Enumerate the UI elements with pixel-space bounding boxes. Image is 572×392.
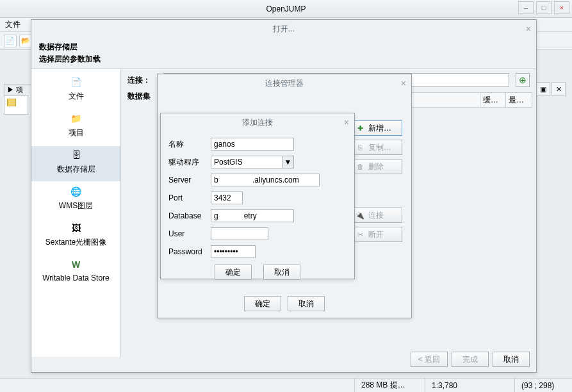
trash-icon: 🗑	[355, 162, 364, 171]
port-input[interactable]	[211, 192, 243, 204]
add-conn-cancel-button[interactable]: 取消	[263, 265, 300, 280]
copy-icon: ⎘	[355, 143, 364, 152]
connect-label: 连接：	[127, 75, 159, 86]
close-button[interactable]: ×	[554, 1, 569, 14]
name-label: 名称	[168, 139, 211, 150]
chevron-down-icon: ▼	[282, 156, 293, 168]
add-connection-icon[interactable]: ⊕	[516, 73, 530, 87]
connect-label: 连接	[368, 210, 384, 221]
password-input[interactable]	[211, 245, 256, 258]
cat-writable-label: Writable Data Store	[31, 274, 120, 282]
folder-icon	[7, 99, 16, 106]
open-category-list: 📄 文件 📁 项目 🗄 数据存储层 🌐 WMS图层 🖼 Sextante光栅图像…	[31, 69, 121, 357]
user-label: User	[168, 229, 211, 238]
user-input[interactable]	[211, 227, 268, 240]
open-dialog-close-icon[interactable]: ×	[526, 24, 531, 34]
new-connection-label: 新增…	[368, 123, 391, 134]
cat-datastore-label: 数据存储层	[31, 164, 120, 175]
add-conn-title: 添加连接	[242, 117, 273, 128]
plug-icon: 🔌	[355, 211, 364, 220]
password-label: Password	[168, 247, 211, 256]
toolbar-open-icon[interactable]: 📂	[19, 35, 32, 47]
driver-select[interactable]: PostGIS ▼	[211, 156, 294, 168]
raster-icon: 🖼	[70, 222, 83, 234]
name-input[interactable]	[211, 138, 294, 151]
minimize-button[interactable]: –	[518, 1, 534, 14]
plus-icon: ✚	[355, 124, 364, 133]
open-dialog-title: 打开... ×	[31, 20, 536, 38]
cat-sextante[interactable]: 🖼 Sextante光栅图像	[31, 219, 120, 254]
col-cache[interactable]: 缓…	[480, 93, 506, 107]
project-tree[interactable]	[4, 95, 28, 115]
driver-value: PostGIS	[214, 158, 243, 167]
port-label: Port	[168, 193, 211, 202]
copy-connection-label: 复制…	[368, 142, 391, 153]
add-conn-close-icon[interactable]: ×	[344, 117, 349, 127]
copy-connection-button[interactable]: ⎘ 复制…	[350, 140, 402, 155]
project-icon: 📁	[70, 112, 83, 125]
scissors-icon: ✂	[355, 230, 364, 239]
done-button[interactable]: 完成	[452, 352, 489, 367]
status-memory: 288 MB 提…	[354, 379, 425, 392]
server-label: Server	[168, 176, 211, 184]
maximize-button[interactable]: □	[536, 1, 552, 14]
cat-project[interactable]: 📁 项目	[31, 110, 120, 145]
cat-file-label: 文件	[31, 91, 120, 102]
file-icon: 📄	[70, 76, 83, 88]
status-bar: 288 MB 提… 1:3,780 (93 ; 298)	[0, 378, 572, 392]
open-dialog-title-text: 打开...	[273, 24, 295, 35]
disconnect-button[interactable]: ✂ 断开	[350, 227, 402, 242]
database-label: Database	[168, 211, 211, 220]
conn-mgr-title: 连接管理器	[265, 78, 304, 89]
open-subheading: 选择层的参数加载	[31, 54, 536, 69]
toolbar-new-icon[interactable]: 📄	[4, 35, 17, 47]
project-panel-tab[interactable]: ▶ 项	[4, 84, 33, 95]
connect-button[interactable]: 🔌 连接	[350, 208, 402, 223]
open-heading: 数据存储层	[31, 38, 536, 54]
cat-sextante-label: Sextante光栅图像	[31, 237, 120, 248]
writable-icon: W	[70, 258, 83, 271]
conn-mgr-close-icon[interactable]: ×	[401, 78, 406, 88]
tool-a-button[interactable]: ▣	[536, 82, 550, 96]
tool-b-button[interactable]: ✕	[552, 82, 566, 96]
cat-writable[interactable]: W Writable Data Store	[31, 256, 120, 289]
delete-connection-label: 删除	[368, 161, 384, 172]
cat-wms-label: WMS图层	[31, 200, 120, 211]
back-button[interactable]: < 返回	[411, 352, 448, 367]
add-conn-ok-button[interactable]: 确定	[215, 265, 252, 280]
disconnect-label: 断开	[368, 229, 384, 240]
database-input[interactable]	[211, 209, 294, 222]
new-connection-button[interactable]: ✚ 新增…	[350, 120, 402, 136]
conn-mgr-ok-button[interactable]: 确定	[244, 296, 281, 311]
status-coord: (93 ; 298)	[514, 379, 572, 392]
delete-connection-button[interactable]: 🗑 删除	[350, 159, 402, 174]
app-title: OpenJUMP	[266, 4, 306, 13]
driver-label: 驱动程序	[168, 157, 211, 168]
cat-file[interactable]: 📄 文件	[31, 73, 120, 108]
globe-icon: 🌐	[70, 185, 83, 198]
col-max[interactable]: 最…	[506, 93, 532, 107]
datastore-icon: 🗄	[70, 149, 83, 161]
app-titlebar: OpenJUMP – □ ×	[0, 0, 572, 18]
dataset-label: 数据集	[127, 91, 159, 102]
cat-project-label: 项目	[31, 127, 120, 138]
cancel-button[interactable]: 取消	[493, 352, 530, 367]
menu-file[interactable]: 文件	[5, 19, 20, 30]
status-scale: 1:3,780	[425, 379, 514, 392]
server-input[interactable]	[211, 174, 320, 186]
cat-datastore[interactable]: 🗄 数据存储层	[31, 146, 120, 181]
conn-mgr-cancel-button[interactable]: 取消	[288, 296, 325, 311]
add-connection-dialog: 添加连接 × 名称 驱动程序 PostGIS ▼ Server Port Dat…	[160, 113, 355, 279]
cat-wms[interactable]: 🌐 WMS图层	[31, 183, 120, 218]
